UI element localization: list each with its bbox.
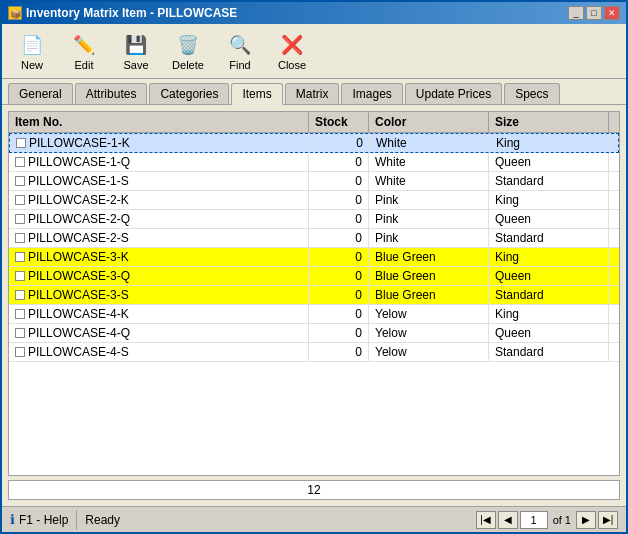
item-no-text: PILLOWCASE-4-Q xyxy=(28,326,130,340)
toolbar: 📄New✏️Edit💾Save🗑️Delete🔍Find❌Close xyxy=(2,24,626,79)
item-no-text: PILLOWCASE-3-S xyxy=(28,288,129,302)
row-icon xyxy=(15,233,25,243)
cell-color: Yelow xyxy=(369,343,489,361)
footer: ℹ F1 - Help Ready |◀ ◀ of 1 ▶ ▶| xyxy=(2,506,626,532)
cell-color: Pink xyxy=(369,210,489,228)
cell-size: Standard xyxy=(489,172,609,190)
row-icon xyxy=(15,271,25,281)
cell-size: King xyxy=(489,305,609,323)
row-icon xyxy=(15,309,25,319)
page-input[interactable] xyxy=(520,511,548,529)
table-row[interactable]: PILLOWCASE-4-S0YelowStandard xyxy=(9,343,619,362)
app-icon: 📦 xyxy=(8,6,22,20)
cell-item-no: PILLOWCASE-3-S xyxy=(9,286,309,304)
total-pages: of 1 xyxy=(553,514,571,526)
row-icon xyxy=(15,252,25,262)
item-no-text: PILLOWCASE-2-S xyxy=(28,231,129,245)
delete-label: Delete xyxy=(172,59,204,71)
cell-item-no: PILLOWCASE-1-Q xyxy=(9,153,309,171)
window-title: Inventory Matrix Item - PILLOWCASE xyxy=(26,6,237,20)
cell-size: King xyxy=(489,248,609,266)
cell-item-no: PILLOWCASE-3-K xyxy=(9,248,309,266)
row-icon xyxy=(15,176,25,186)
new-icon: 📄 xyxy=(18,31,46,59)
cell-color: White xyxy=(369,153,489,171)
minimize-button[interactable]: _ xyxy=(568,6,584,20)
maximize-button[interactable]: □ xyxy=(586,6,602,20)
content-area: Item No. Stock Color Size PILLOWCASE-1-K… xyxy=(2,105,626,506)
delete-button[interactable]: 🗑️Delete xyxy=(164,28,212,74)
table-row[interactable]: PILLOWCASE-1-S0WhiteStandard xyxy=(9,172,619,191)
table-row[interactable]: PILLOWCASE-3-Q0Blue GreenQueen xyxy=(9,267,619,286)
table-row[interactable]: PILLOWCASE-2-Q0PinkQueen xyxy=(9,210,619,229)
table-row[interactable]: PILLOWCASE-1-K0WhiteKing xyxy=(9,133,619,153)
table-row[interactable]: PILLOWCASE-4-Q0YelowQueen xyxy=(9,324,619,343)
status-text: Ready xyxy=(85,513,120,527)
save-icon: 💾 xyxy=(122,31,150,59)
cell-color: White xyxy=(370,134,490,152)
cell-size: Queen xyxy=(489,153,609,171)
cell-color: White xyxy=(369,172,489,190)
cell-stock: 0 xyxy=(309,210,369,228)
cell-color: Blue Green xyxy=(369,248,489,266)
new-button[interactable]: 📄New xyxy=(8,28,56,74)
table-body[interactable]: PILLOWCASE-1-K0WhiteKingPILLOWCASE-1-Q0W… xyxy=(9,133,619,475)
cell-stock: 0 xyxy=(309,343,369,361)
tab-categories[interactable]: Categories xyxy=(149,83,229,104)
cell-size: Standard xyxy=(489,229,609,247)
item-no-text: PILLOWCASE-1-K xyxy=(29,136,130,150)
item-no-text: PILLOWCASE-2-Q xyxy=(28,212,130,226)
cell-stock: 0 xyxy=(309,267,369,285)
row-icon xyxy=(15,214,25,224)
tab-matrix[interactable]: Matrix xyxy=(285,83,340,104)
cell-color: Yelow xyxy=(369,324,489,342)
cell-stock: 0 xyxy=(310,134,370,152)
row-icon xyxy=(16,138,26,148)
item-no-text: PILLOWCASE-4-S xyxy=(28,345,129,359)
table-row[interactable]: PILLOWCASE-4-K0YelowKing xyxy=(9,305,619,324)
page-count: 12 xyxy=(8,480,620,500)
cell-item-no: PILLOWCASE-3-Q xyxy=(9,267,309,285)
item-no-text: PILLOWCASE-3-Q xyxy=(28,269,130,283)
close-label: Close xyxy=(278,59,306,71)
cell-item-no: PILLOWCASE-1-K xyxy=(10,134,310,152)
nav-first-button[interactable]: |◀ xyxy=(476,511,496,529)
cell-size: Queen xyxy=(489,210,609,228)
save-button[interactable]: 💾Save xyxy=(112,28,160,74)
tab-update-prices[interactable]: Update Prices xyxy=(405,83,502,104)
cell-stock: 0 xyxy=(309,172,369,190)
tab-general[interactable]: General xyxy=(8,83,73,104)
row-icon xyxy=(15,290,25,300)
window-close-button[interactable]: ✕ xyxy=(604,6,620,20)
nav-last-button[interactable]: ▶| xyxy=(598,511,618,529)
item-no-text: PILLOWCASE-3-K xyxy=(28,250,129,264)
nav-next-button[interactable]: ▶ xyxy=(576,511,596,529)
tab-images[interactable]: Images xyxy=(341,83,402,104)
tab-attributes[interactable]: Attributes xyxy=(75,83,148,104)
close-button[interactable]: ❌Close xyxy=(268,28,316,74)
help-icon: ℹ xyxy=(10,512,15,527)
edit-button[interactable]: ✏️Edit xyxy=(60,28,108,74)
table-header: Item No. Stock Color Size xyxy=(9,112,619,133)
cell-stock: 0 xyxy=(309,153,369,171)
find-button[interactable]: 🔍Find xyxy=(216,28,264,74)
table-row[interactable]: PILLOWCASE-2-K0PinkKing xyxy=(9,191,619,210)
cell-color: Blue Green xyxy=(369,267,489,285)
row-icon xyxy=(15,157,25,167)
table-row[interactable]: PILLOWCASE-1-Q0WhiteQueen xyxy=(9,153,619,172)
table-row[interactable]: PILLOWCASE-3-S0Blue GreenStandard xyxy=(9,286,619,305)
tab-items[interactable]: Items xyxy=(231,83,282,105)
edit-icon: ✏️ xyxy=(70,31,98,59)
nav-prev-button[interactable]: ◀ xyxy=(498,511,518,529)
item-no-text: PILLOWCASE-1-S xyxy=(28,174,129,188)
page-indicator-wrapper: 12 xyxy=(8,480,620,500)
new-label: New xyxy=(21,59,43,71)
cell-color: Pink xyxy=(369,229,489,247)
tabs-bar: GeneralAttributesCategoriesItemsMatrixIm… xyxy=(2,79,626,105)
row-icon xyxy=(15,347,25,357)
table-row[interactable]: PILLOWCASE-3-K0Blue GreenKing xyxy=(9,248,619,267)
tab-specs[interactable]: Specs xyxy=(504,83,559,104)
cell-size: Standard xyxy=(489,343,609,361)
item-no-text: PILLOWCASE-4-K xyxy=(28,307,129,321)
table-row[interactable]: PILLOWCASE-2-S0PinkStandard xyxy=(9,229,619,248)
